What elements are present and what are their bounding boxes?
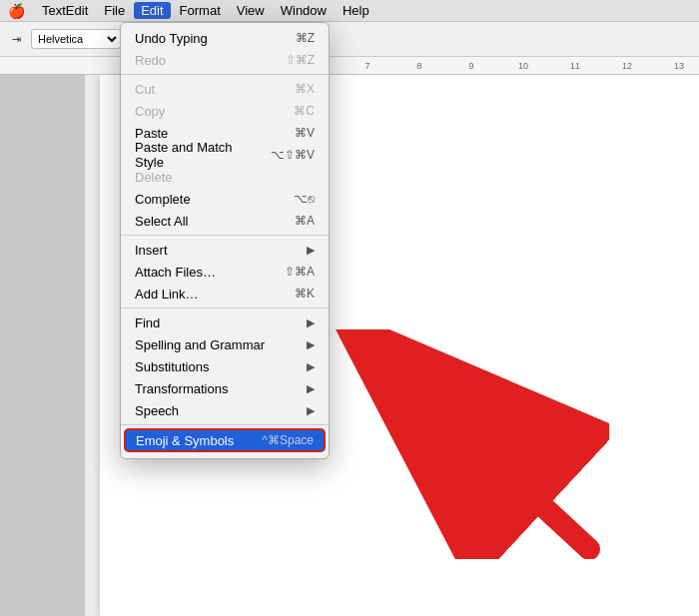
menu-sep-3	[121, 308, 329, 308]
left-panel	[0, 75, 85, 616]
ruler: 3 4 5 6 7 8 9 10 11 12 13	[0, 57, 699, 75]
menu-edit[interactable]: Edit	[134, 2, 170, 19]
menu-transformations[interactable]: Transformations ▶	[121, 377, 329, 399]
menu-cut[interactable]: Cut ⌘X	[121, 78, 329, 100]
ruler-mark-8: 8	[393, 61, 445, 71]
menu-emoji-symbols[interactable]: Emoji & Symbols ^⌘Space	[124, 428, 326, 452]
menu-attach-files[interactable]: Attach Files… ⇧⌘A	[121, 261, 329, 283]
menu-textedit[interactable]: TextEdit	[35, 2, 95, 19]
font-selector[interactable]: Helvetica	[31, 29, 121, 49]
menu-window[interactable]: Window	[274, 2, 334, 19]
menu-complete[interactable]: Complete ⌥⎋	[121, 188, 329, 210]
menu-view[interactable]: View	[230, 2, 272, 19]
menu-sep-4	[121, 424, 329, 425]
edit-menu-dropdown: Undo Typing ⌘Z Redo ⇧⌘Z Cut ⌘X Copy ⌘C P…	[120, 22, 330, 459]
menu-undo-typing[interactable]: Undo Typing ⌘Z	[121, 27, 329, 49]
app-window: 🍎 TextEdit File Edit Format View Window …	[0, 0, 699, 616]
menu-redo[interactable]: Redo ⇧⌘Z	[121, 49, 329, 71]
menu-select-all[interactable]: Select All ⌘A	[121, 210, 329, 232]
emoji-symbols-label: Emoji & Symbols	[136, 433, 234, 448]
ruler-mark-13: 13	[653, 61, 699, 71]
menu-format[interactable]: Format	[173, 2, 228, 19]
menu-substitutions[interactable]: Substitutions ▶	[121, 355, 329, 377]
emoji-symbols-shortcut: ^⌘Space	[262, 433, 314, 447]
toolbar: ⇥ Helvetica Reg ≡ 1.0 ☰	[0, 22, 699, 57]
menu-copy[interactable]: Copy ⌘C	[121, 100, 329, 122]
menu-file[interactable]: File	[97, 2, 132, 19]
menu-paste-match[interactable]: Paste and Match Style ⌥⇧⌘V	[121, 144, 329, 166]
menu-sep-1	[121, 74, 329, 75]
menu-speech[interactable]: Speech ▶	[121, 399, 329, 421]
indent-button[interactable]: ⇥	[8, 31, 25, 48]
menu-spelling-grammar[interactable]: Spelling and Grammar ▶	[121, 333, 329, 355]
menu-add-link[interactable]: Add Link… ⌘K	[121, 283, 329, 305]
ruler-mark-9: 9	[445, 61, 497, 71]
ruler-mark-7: 7	[342, 61, 393, 71]
menu-find[interactable]: Find ▶	[121, 311, 329, 333]
ruler-mark-11: 11	[549, 61, 601, 71]
menu-sep-2	[121, 235, 329, 236]
apple-menu[interactable]: 🍎	[8, 3, 25, 19]
ruler-mark-10: 10	[497, 61, 549, 71]
menu-help[interactable]: Help	[336, 2, 376, 19]
menu-insert[interactable]: Insert ▶	[121, 239, 329, 261]
menu-bar: 🍎 TextEdit File Edit Format View Window …	[0, 0, 699, 22]
ruler-mark-12: 12	[601, 61, 653, 71]
